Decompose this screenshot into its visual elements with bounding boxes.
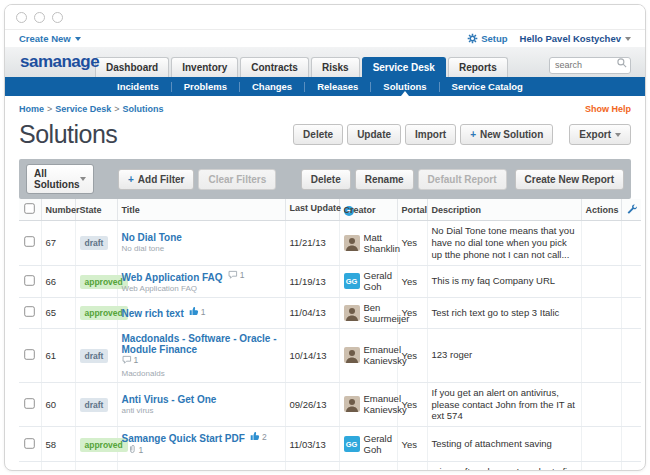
solution-link[interactable]: New rich text: [122, 308, 184, 319]
add-filter-label: Add Filter: [138, 174, 185, 185]
report-filter-select[interactable]: All Solutions: [26, 164, 94, 194]
new-solution-button[interactable]: +New Solution: [460, 124, 553, 145]
update-button[interactable]: Update: [347, 124, 401, 145]
solution-subtitle: No dial tone: [122, 244, 281, 253]
show-help-link[interactable]: Show Help: [585, 104, 631, 114]
col-header-title[interactable]: Title: [117, 199, 285, 221]
col-header-number[interactable]: Number: [41, 199, 75, 221]
row-checkbox[interactable]: [25, 349, 35, 359]
col-header-state[interactable]: State: [75, 199, 117, 221]
person-photo-icon: [344, 347, 360, 363]
attachments-count: 1: [127, 444, 144, 455]
row-checkbox[interactable]: [25, 438, 35, 448]
caret-down-icon: [75, 37, 81, 41]
export-button[interactable]: Export: [569, 124, 631, 145]
page-title: Solutions: [19, 120, 117, 149]
delete-report-button[interactable]: Delete: [301, 169, 351, 190]
solution-link[interactable]: Web Application FAQ: [122, 272, 223, 283]
row-checkbox[interactable]: [25, 237, 35, 247]
likes-count: 2: [250, 431, 267, 442]
subnav-problems[interactable]: Problems: [172, 77, 239, 96]
creator-name: Gerald Goh: [364, 433, 393, 455]
solution-subtitle: anti virus: [122, 406, 281, 415]
col-header-creator[interactable]: Creator: [339, 199, 397, 221]
new-solution-label: New Solution: [480, 129, 543, 140]
col-header-description[interactable]: Description: [427, 199, 581, 221]
tab-dashboard[interactable]: Dashboard: [95, 57, 169, 77]
last-update-cell: 11/03/13: [285, 427, 339, 462]
tab-contracts[interactable]: Contracts: [240, 57, 309, 77]
portal-cell: Yes: [397, 221, 427, 266]
row-checkbox[interactable]: [25, 398, 35, 408]
person-photo-icon: [344, 305, 360, 321]
table-row: 61 draft Macdonalds - Software - Oracle …: [19, 328, 641, 382]
setup-link[interactable]: Setup: [467, 33, 507, 44]
tab-service-desk[interactable]: Service Desk: [362, 57, 446, 77]
tab-reports[interactable]: Reports: [448, 57, 508, 77]
import-button[interactable]: Import: [405, 124, 456, 145]
clear-filters-button[interactable]: Clear Filters: [198, 169, 276, 190]
subnav-changes[interactable]: Changes: [240, 77, 304, 96]
solution-link[interactable]: Samange Quick Start PDF: [122, 433, 245, 444]
col-header-last-update[interactable]: Last Update: [285, 199, 339, 221]
actions-cell: [581, 328, 621, 382]
subnav-releases[interactable]: Releases: [305, 77, 370, 96]
customize-columns-button[interactable]: [621, 199, 641, 221]
default-report-button[interactable]: Default Report: [418, 169, 507, 190]
breadcrumb-separator: >: [47, 104, 52, 114]
delete-button[interactable]: Delete: [293, 124, 343, 145]
description-cell: This is my faq Company URL: [427, 265, 581, 297]
subnav-service-catalog[interactable]: Service Catalog: [440, 77, 535, 96]
paperclip-icon: [127, 444, 138, 455]
row-checkbox[interactable]: [25, 275, 35, 285]
table-row: 60 draft Anti Virus - Get One anti virus…: [19, 382, 641, 427]
description-cell: If you get an alert on antivirus, please…: [427, 382, 581, 427]
avatar: GG: [344, 436, 360, 452]
select-all-checkbox[interactable]: [25, 203, 35, 213]
window-minimize-button[interactable]: [34, 12, 45, 23]
create-new-menu[interactable]: Create New: [19, 33, 81, 44]
actions-cell: [581, 297, 621, 328]
window-zoom-button[interactable]: [52, 12, 63, 23]
nav-tabs: Dashboard Inventory Contracts Risks Serv…: [95, 57, 508, 77]
portal-cell: Yes: [397, 462, 427, 471]
breadcrumb-home[interactable]: Home: [19, 104, 44, 114]
breadcrumb-solutions[interactable]: Solutions: [123, 104, 164, 114]
table-row: 66 approved Web Application FAQ1 Web App…: [19, 265, 641, 297]
last-update-cell: 09/26/13: [285, 382, 339, 427]
breadcrumb-separator: >: [114, 104, 119, 114]
subnav-solutions[interactable]: Solutions: [371, 77, 438, 96]
caret-down-icon: [80, 177, 86, 181]
create-new-label: Create New: [19, 33, 71, 44]
browser-window: Create New Setup Hello Pavel Kostychev s…: [4, 4, 646, 471]
creator-name: Emanuel Kanievsky: [364, 393, 407, 415]
row-checkbox[interactable]: [25, 306, 35, 316]
user-greeting: Hello Pavel Kostychev: [520, 33, 621, 44]
solution-subtitle: Macdonalds: [122, 369, 281, 378]
col-header-portal[interactable]: Portal: [397, 199, 427, 221]
table-row: 57 internal Web application resolution w…: [19, 462, 641, 471]
solution-link[interactable]: Macdonalds - Software - Oracle - Module …: [122, 333, 277, 355]
subnav-incidents[interactable]: Incidents: [105, 77, 171, 96]
window-close-button[interactable]: [16, 12, 27, 23]
caret-down-icon: [625, 37, 631, 41]
table-row: 65 approved New rich text1 11/04/13 Ben …: [19, 297, 641, 328]
comment-icon: [228, 270, 239, 281]
rename-report-button[interactable]: Rename: [355, 169, 414, 190]
description-cell: 123 roger: [427, 328, 581, 382]
create-new-report-button[interactable]: Create New Report: [515, 169, 624, 190]
state-badge: draft: [80, 236, 109, 250]
add-filter-button[interactable]: +Add Filter: [118, 169, 195, 190]
tab-risks[interactable]: Risks: [311, 57, 360, 77]
row-number: 57: [41, 462, 75, 471]
last-update-cell: 11/21/13: [285, 221, 339, 266]
tab-inventory[interactable]: Inventory: [171, 57, 238, 77]
avatar: [344, 235, 360, 251]
solution-link[interactable]: No Dial Tone: [122, 232, 182, 243]
actions-cell: [581, 221, 621, 266]
description-cell: microsoft exchange In order to fix the w…: [427, 462, 581, 471]
user-menu[interactable]: Hello Pavel Kostychev: [520, 33, 631, 44]
solution-link[interactable]: Anti Virus - Get One: [122, 394, 217, 405]
breadcrumb-service-desk[interactable]: Service Desk: [55, 104, 111, 114]
actions-cell: [581, 382, 621, 427]
